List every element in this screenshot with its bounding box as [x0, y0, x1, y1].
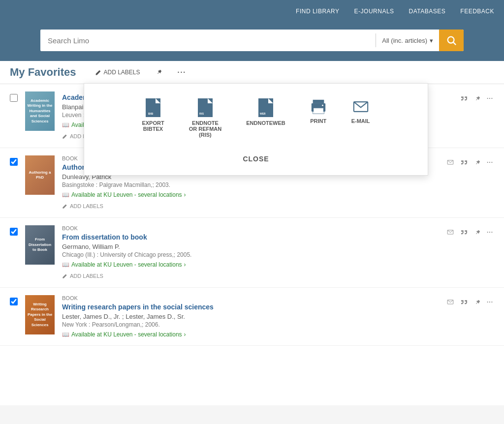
item-pub-4: New York : Pearson/Longman,; 2006.: [62, 321, 438, 328]
add-labels-button-2[interactable]: ADD LABELS: [62, 202, 103, 210]
item-cover-3: From Dissertation to Book: [25, 225, 55, 265]
cover-text-1: Academic Writing in the Humanities and S…: [25, 96, 55, 126]
pin-icon-4: [474, 299, 481, 306]
book-icon-4: 📖: [62, 331, 69, 338]
export-popup: BIB EXPORTBIBTEX RIS ENDNOTEOR REFMAN(RI…: [84, 83, 428, 176]
book-icon-2: 📖: [62, 191, 69, 198]
export-endnoteweb-option[interactable]: WEB ENDNOTEWEB: [241, 93, 290, 143]
more-button-4[interactable]: ···: [486, 298, 494, 306]
item-details-4: BOOK Writing research papers in the soci…: [62, 295, 438, 338]
mail-button-4[interactable]: [445, 298, 455, 308]
svg-text:RIS: RIS: [199, 112, 204, 115]
search-submit-button[interactable]: [439, 30, 464, 51]
quote-button-1[interactable]: [459, 94, 469, 106]
close-btn-container: CLOSE: [99, 152, 413, 165]
more-button-2[interactable]: ···: [486, 158, 494, 167]
item-availability-4[interactable]: 📖 Available at KU Leuven - several locat…: [62, 331, 438, 338]
item-cover-2: Authoring a PhD: [25, 155, 55, 195]
pin-button-1[interactable]: [473, 94, 482, 106]
quote-button-2[interactable]: [459, 158, 469, 170]
add-labels-button-3[interactable]: ADD LABELS: [62, 272, 103, 280]
item-checkbox-2[interactable]: [10, 158, 18, 166]
nav-ejournals[interactable]: E-JOURNALS: [354, 8, 394, 15]
export-options: BIB EXPORTBIBTEX RIS ENDNOTEOR REFMAN(RI…: [99, 93, 413, 143]
svg-text:BIB: BIB: [148, 112, 154, 115]
pin-button[interactable]: [152, 67, 166, 78]
pin-button-3[interactable]: [473, 228, 482, 240]
item-title-3[interactable]: From dissertation to book: [62, 233, 438, 241]
search-container: All (inc. articles) ▾: [0, 22, 504, 61]
pin-button-4[interactable]: [473, 298, 482, 309]
main-nav: FIND LIBRARY E-JOURNALS DATABASES FEEDBA…: [296, 8, 494, 15]
search-type-button[interactable]: All (inc. articles) ▾: [376, 30, 439, 51]
mail-button-2[interactable]: [445, 158, 455, 169]
svg-point-17: [322, 105, 323, 106]
dots-icon: ···: [178, 68, 187, 76]
page-title: My Favorites: [10, 66, 76, 79]
quote-icon-3: [460, 229, 468, 237]
pin-icon-3: [474, 229, 481, 237]
item-availability-2[interactable]: 📖 Available at KU Leuven - several locat…: [62, 191, 438, 198]
search-type-label: All (inc. articles): [382, 37, 427, 44]
item-pub-3: Chicago (Ill.) : University of Chicago p…: [62, 251, 438, 258]
mail-button-3[interactable]: [445, 228, 455, 239]
email-label: E-MAIL: [351, 118, 370, 124]
export-endnote-option[interactable]: RIS ENDNOTEOR REFMAN(RIS): [184, 93, 227, 143]
item-actions-1: ···: [459, 91, 494, 106]
item-author-4: Lester, James D., Jr. ; Lester, James D.…: [62, 313, 438, 320]
pencil-icon-3: [62, 273, 67, 279]
pin-button-2[interactable]: [473, 158, 482, 170]
svg-line-1: [453, 42, 456, 45]
item-author-3: Germano, William P.: [62, 243, 438, 250]
item-actions-2: ···: [445, 155, 494, 170]
item-title-4[interactable]: Writing research papers in the social sc…: [62, 303, 438, 311]
mail-icon-3: [446, 229, 454, 236]
email-option[interactable]: E-MAIL: [346, 93, 375, 143]
more-options-button[interactable]: ···: [174, 66, 190, 78]
pencil-icon-2: [62, 204, 67, 209]
export-bibtex-label: EXPORTBIBTEX: [142, 120, 164, 132]
chevron-down-icon: ▾: [430, 37, 433, 44]
mail-icon-2: [446, 159, 454, 166]
export-endnoteweb-icon: WEB: [258, 98, 273, 117]
quote-button-4[interactable]: [459, 298, 469, 309]
export-bibtex-option[interactable]: BIB EXPORTBIBTEX: [137, 93, 169, 143]
item-type-3: BOOK: [62, 225, 438, 231]
svg-rect-16: [314, 109, 322, 113]
page-content: My Favorites ADD LABELS ··· BIB: [0, 61, 504, 405]
print-icon: [310, 98, 327, 115]
nav-databases[interactable]: DATABASES: [409, 8, 446, 15]
list-item: Writing Research Papers in the Social Sc…: [0, 288, 504, 346]
more-button-3[interactable]: ···: [486, 228, 494, 237]
close-popup-button[interactable]: CLOSE: [233, 152, 279, 165]
search-bar: All (inc. articles) ▾: [40, 30, 464, 51]
search-input[interactable]: [40, 30, 376, 51]
print-option[interactable]: PRINT: [305, 93, 332, 143]
item-cover-1: Academic Writing in the Humanities and S…: [25, 91, 55, 131]
item-cover-4: Writing Research Papers in the Social Sc…: [25, 295, 55, 334]
item-checkbox-1[interactable]: [10, 94, 18, 102]
cover-text-3: From Dissertation to Book: [25, 235, 55, 254]
nav-feedback[interactable]: FEEDBACK: [460, 8, 494, 15]
nav-find-library[interactable]: FIND LIBRARY: [296, 8, 339, 15]
pin-icon-1: [474, 95, 481, 103]
quote-icon-4: [460, 299, 468, 306]
more-button-1[interactable]: ···: [486, 94, 494, 103]
item-checkbox-4[interactable]: [10, 298, 18, 305]
site-header: FIND LIBRARY E-JOURNALS DATABASES FEEDBA…: [0, 0, 504, 22]
item-availability-3[interactable]: 📖 Available at KU Leuven - several locat…: [62, 261, 438, 268]
list-item: From Dissertation to Book BOOK From diss…: [0, 218, 504, 288]
quote-button-3[interactable]: [459, 228, 469, 240]
svg-text:WEB: WEB: [260, 112, 266, 115]
pencil-icon: [95, 69, 101, 76]
item-checkbox-3[interactable]: [10, 228, 18, 236]
add-labels-label: ADD LABELS: [104, 69, 140, 76]
quote-icon-1: [460, 95, 468, 103]
export-bibtex-icon: BIB: [146, 98, 160, 117]
search-icon: [446, 35, 457, 46]
add-labels-toolbar-button[interactable]: ADD LABELS: [91, 67, 144, 78]
book-icon-3: 📖: [62, 261, 69, 268]
book-icon-1: 📖: [62, 121, 69, 128]
pencil-icon-1: [62, 134, 67, 139]
export-endnote-icon: RIS: [198, 98, 213, 117]
